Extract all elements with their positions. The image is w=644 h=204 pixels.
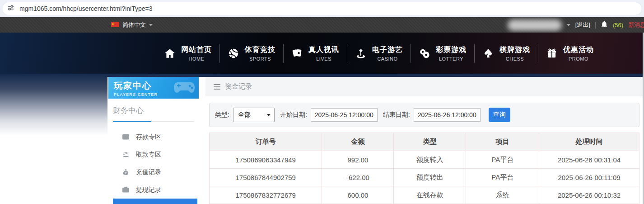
table-row: 1750869063347949 992.00 额度转入 PA平台 2025-0… — [210, 151, 639, 169]
money-bag-icon — [122, 168, 130, 176]
type-select-value: 全部 — [238, 111, 251, 119]
start-date-label: 开始日期: — [280, 111, 307, 119]
header-amount: 金额 — [322, 133, 394, 151]
header-item: 项目 — [466, 133, 539, 151]
table-row: 1750867844902759 -622.00 额度转出 PA平台 2025-… — [210, 169, 639, 186]
start-date-input[interactable] — [311, 108, 378, 122]
nav-item-lives[interactable]: 真人视讯 LIVES — [283, 33, 347, 74]
sidebar-item-withdraw-zone[interactable]: 取款专区 — [108, 146, 199, 163]
deposit-card-icon — [122, 133, 130, 141]
url-text[interactable]: mgm1065.com/hhcp/usercenter.html?iniType… — [19, 5, 153, 12]
nav-item-chess[interactable]: 棋牌游戏 CHESS — [474, 33, 538, 74]
flag-cn-icon — [111, 21, 119, 29]
query-button[interactable]: 查询 — [489, 108, 510, 122]
home-icon — [163, 47, 176, 60]
sidebar-item-label: 存款专区 — [136, 133, 161, 141]
cell-item: 系统 — [466, 186, 539, 204]
nav-item-sports[interactable]: 体育竞技 SPORTS — [219, 33, 283, 74]
nav-label-en: CHESS — [499, 56, 530, 62]
joystick-icon — [355, 47, 367, 60]
language-label: 简体中文 — [122, 21, 146, 29]
table-row: 1750867832772679 600.00 在线存款 系统 2025-06-… — [210, 186, 639, 204]
cell-amount: -622.00 — [322, 169, 394, 186]
gamepad-icon — [173, 80, 196, 99]
nav-item-lottery[interactable]: 彩票游戏 LOTTERY — [411, 33, 474, 74]
page: { "browser": { "url": "mgm1065.com/hhcp/… — [0, 0, 644, 204]
address-bar[interactable]: mgm1065.com/hhcp/usercenter.html?iniType… — [2, 2, 642, 15]
nav-label-zh: 优惠活动 — [563, 45, 594, 55]
sidebar-item-label: 充值记录 — [136, 168, 161, 176]
sidebar-item-label: 取款专区 — [136, 151, 161, 159]
main-nav: 网站首页 HOME 体育竞技 SPORTS 真人视讯 — [0, 33, 644, 74]
nav-label-en: LIVES — [308, 56, 339, 62]
filter-bar: 类型: 全部 开始日期: 结束日期: 查询 — [209, 103, 639, 127]
gift-icon — [546, 47, 558, 60]
sidebar-item-withdraw-records[interactable]: 提现记录 — [108, 181, 199, 199]
sidebar-menu: 存款专区 取款专区 充值记录 提现记录 — [108, 128, 199, 204]
new-message-link[interactable]: 新消息 — [628, 21, 644, 29]
main-content: 资金记录 类型: 全部 开始日期: 结束日期: 查询 订单号 金额 类型 项目 … — [205, 77, 644, 204]
sidebar-header: 玩家中心 PLAYERS CENTER — [108, 77, 199, 99]
sidebar-item-deposit-zone[interactable]: 存款专区 — [108, 128, 199, 146]
sidebar: 玩家中心 PLAYERS CENTER 财务中心 存款专区 — [108, 77, 199, 204]
utility-bar: 简体中文 [退出] (56) 新消息 — [0, 17, 644, 33]
wallet-icon — [122, 186, 130, 194]
bell-icon[interactable] — [601, 20, 608, 30]
nav-label-en: HOME — [181, 56, 212, 62]
nav-label-zh: 棋牌游戏 — [499, 45, 530, 55]
end-date-label: 结束日期: — [383, 111, 410, 119]
cell-type: 额度转出 — [394, 169, 466, 186]
nav-label-en: PROMO — [563, 56, 594, 62]
sidebar-item-fund-records[interactable]: 资金记录 › — [113, 199, 197, 204]
nav-item-promo[interactable]: 优惠活动 PROMO — [538, 33, 602, 74]
playing-cards-icon — [291, 47, 303, 60]
header-order-no: 订单号 — [210, 133, 322, 151]
page-header: 资金记录 — [205, 77, 644, 96]
cell-amount: 600.00 — [322, 186, 394, 204]
cell-time: 2025-06-26 00:10:32 — [539, 186, 639, 204]
nav-item-casino[interactable]: 电子游艺 CASINO — [347, 33, 411, 74]
language-selector[interactable]: 简体中文 — [111, 17, 153, 33]
message-count[interactable]: (56) — [613, 22, 623, 28]
nav-items: 网站首页 HOME 体育竞技 SPORTS 真人视讯 — [156, 33, 602, 74]
cell-type: 在线存款 — [394, 186, 466, 204]
records-table: 订单号 金额 类型 项目 处理时间 1750869063347949 992.0… — [209, 133, 639, 204]
caret-down-icon[interactable] — [567, 24, 570, 26]
section-divider — [113, 121, 194, 122]
nav-item-home[interactable]: 网站首页 HOME — [156, 33, 219, 74]
nav-label-en: LOTTERY — [436, 56, 467, 62]
table-header-row: 订单号 金额 类型 项目 处理时间 — [210, 133, 639, 151]
nav-label-zh: 彩票游戏 — [436, 45, 467, 55]
logout-link[interactable]: [退出] — [575, 21, 590, 29]
type-label: 类型: — [215, 111, 229, 119]
username-blurred[interactable] — [508, 19, 562, 31]
sidebar-item-recharge-records[interactable]: 充值记录 — [108, 163, 199, 181]
site-settings-icon[interactable] — [7, 4, 15, 14]
cell-amount: 992.00 — [322, 151, 394, 169]
nav-label-zh: 网站首页 — [181, 45, 212, 55]
cell-type: 额度转入 — [394, 151, 466, 169]
user-area: [退出] (56) 新消息 — [508, 17, 644, 33]
sports-ball-icon — [227, 47, 240, 60]
lottery-balls-icon — [418, 47, 431, 60]
end-date-input[interactable] — [414, 108, 481, 122]
cell-time: 2025-06-26 00:31:04 — [539, 151, 639, 169]
hamburger-icon — [214, 84, 220, 90]
nav-label-zh: 电子游艺 — [372, 45, 403, 55]
type-select[interactable]: 全部 — [233, 108, 275, 122]
nav-label-zh: 体育竞技 — [245, 45, 275, 55]
cell-order-no: 1750869063347949 — [210, 151, 322, 169]
cell-item: PA平台 — [466, 151, 539, 169]
cell-order-no: 1750867844902759 — [210, 169, 322, 186]
cell-time: 2025-06-26 00:11:09 — [539, 169, 639, 186]
header-time: 处理时间 — [539, 133, 639, 151]
caret-down-icon — [149, 24, 153, 26]
caret-down-icon — [267, 114, 271, 116]
divider — [595, 22, 596, 28]
cell-item: PA平台 — [466, 169, 539, 186]
page-title: 资金记录 — [225, 82, 252, 91]
sidebar-item-label: 提现记录 — [136, 186, 161, 194]
sidebar-section-title: 财务中心 — [113, 105, 199, 116]
nav-label-en: SPORTS — [245, 56, 275, 62]
browser-toolbar: mgm1065.com/hhcp/usercenter.html?iniType… — [0, 0, 644, 17]
